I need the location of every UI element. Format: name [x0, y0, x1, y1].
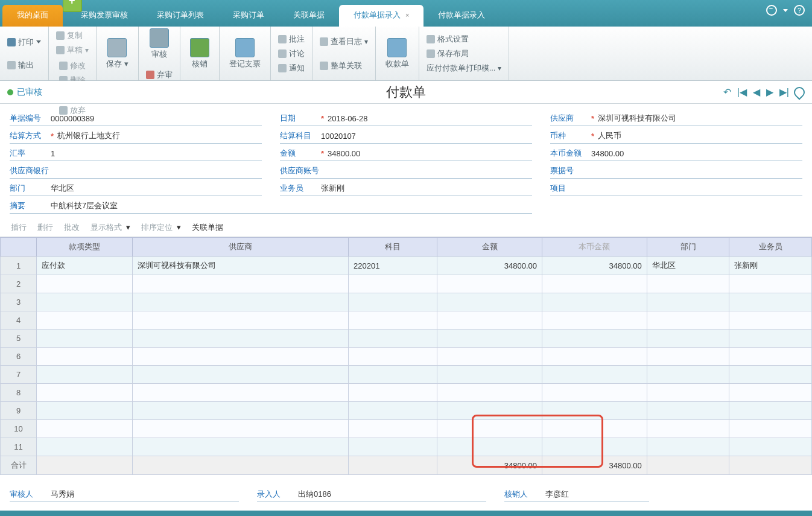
print-button[interactable]: 打印 — [5, 36, 43, 49]
status-text: 已审核 — [17, 87, 42, 98]
batch-button[interactable]: 批改 — [64, 222, 80, 233]
last-icon[interactable]: ▶| — [778, 85, 790, 99]
field-dept[interactable]: 部门华北区 — [10, 181, 262, 196]
field-date[interactable]: 日期*2018-06-28 — [280, 111, 532, 126]
field-clerk[interactable]: 业务员张新刚 — [280, 181, 532, 196]
tab-home[interactable]: 我的桌面 — [2, 5, 63, 27]
footer: 审核人马秀娟 录入人出纳0186 核销人李彦红 — [0, 479, 812, 511]
grid-wrap: 款项类型 供应商 科目 金额 本币金额 部门 业务员 1应付款深圳可视科技有限公… — [0, 237, 812, 479]
field-bill-no[interactable]: 票据号 — [550, 164, 802, 179]
table-row[interactable]: 8 — [1, 384, 812, 402]
col-supplier[interactable]: 供应商 — [132, 238, 349, 256]
col-dept[interactable]: 部门 — [647, 238, 729, 256]
assoc-doc-button[interactable]: 关联单据 — [192, 222, 223, 233]
field-local-amount[interactable]: 本币金额34800.00 — [550, 146, 802, 161]
field-settle-method[interactable]: 结算方式*杭州银行上地支行 — [10, 129, 262, 144]
field-auditor: 审核人马秀娟 — [10, 487, 239, 502]
detail-grid[interactable]: 款项类型 供应商 科目 金额 本币金额 部门 业务员 1应付款深圳可视科技有限公… — [0, 237, 812, 475]
field-amount[interactable]: 金额*34800.00 — [280, 146, 532, 161]
copy-button[interactable]: 复制 — [54, 29, 91, 42]
view-log-button[interactable]: 查看日志 ▾ — [317, 35, 370, 48]
tab-bar: 我的桌面 采购发票审核 采购订单列表 采购订单 关联单据 付款单据录入× 付款单… — [0, 0, 812, 27]
first-icon[interactable]: |◀ — [736, 85, 748, 99]
status-dot-icon — [7, 89, 13, 95]
field-entry: 录入人出纳0186 — [257, 487, 486, 502]
tab-item-1[interactable]: 采购订单列表 — [142, 5, 218, 27]
prev-icon[interactable]: ◀ — [752, 85, 761, 99]
next-icon[interactable]: ▶ — [765, 85, 775, 99]
table-row[interactable]: 9 — [1, 402, 812, 420]
bottom-status-bar — [0, 511, 812, 516]
field-supplier[interactable]: 供应商*深圳可视科技有限公司 — [550, 111, 802, 126]
user-dropdown-icon[interactable] — [783, 9, 788, 12]
doc-title: 付款单 — [386, 83, 426, 101]
output-button[interactable]: 输出 — [5, 59, 43, 72]
field-supplier-bank[interactable]: 供应商银行 — [10, 164, 262, 179]
tab-item-4[interactable]: 付款单据录入× — [339, 5, 423, 27]
table-row[interactable]: 5 — [1, 330, 812, 348]
display-format-button[interactable]: 显示格式 ▾ — [90, 222, 130, 233]
note-button[interactable]: 批注 — [276, 33, 307, 46]
table-total-row: 合计34800.0034800.00 — [1, 456, 812, 475]
table-row[interactable]: 1应付款深圳可视科技有限公司22020134800.0034800.00华北区张… — [1, 256, 812, 275]
tab-item-5[interactable]: 付款单据录入 — [423, 5, 500, 27]
abandon-audit-button[interactable]: 弃审 — [144, 68, 175, 81]
print-template-button[interactable]: 应付付款单打印模... ▾ — [424, 62, 504, 75]
field-settle-subject[interactable]: 结算科目10020107 — [280, 129, 532, 144]
search-icon[interactable] — [791, 84, 807, 100]
undo-icon[interactable]: ↶ — [722, 85, 732, 99]
col-amount[interactable]: 金额 — [437, 238, 542, 256]
field-summary[interactable]: 摘要中航科技7层会议室 — [10, 199, 532, 214]
field-project[interactable]: 项目 — [550, 181, 802, 196]
col-type[interactable]: 款项类型 — [37, 238, 133, 256]
tab-item-2[interactable]: 采购订单 — [218, 5, 279, 27]
grid-toolbar: 插行 删行 批改 显示格式 ▾ 排序定位 ▾ 关联单据 — [0, 218, 812, 237]
table-row[interactable]: 7 — [1, 366, 812, 384]
format-set-button[interactable]: 格式设置 — [424, 33, 504, 46]
delete-row-button[interactable]: 删行 — [37, 222, 53, 233]
table-row[interactable]: 3 — [1, 293, 812, 311]
help-icon[interactable]: ? — [794, 5, 805, 16]
insert-row-button[interactable]: 插行 — [11, 222, 27, 233]
discuss-button[interactable]: 讨论 — [276, 47, 307, 60]
sort-pos-button[interactable]: 排序定位 ▾ — [141, 222, 181, 233]
tab-item-3[interactable]: 关联单据 — [279, 5, 339, 27]
col-local-amount[interactable]: 本币金额 — [542, 238, 647, 256]
status-bar: 已审核 付款单 ↶ |◀ ◀ ▶ ▶| — [0, 81, 812, 104]
col-clerk[interactable]: 业务员 — [729, 238, 812, 256]
close-icon[interactable]: × — [405, 11, 409, 19]
receipt-button[interactable]: 收款单 — [381, 36, 414, 72]
field-verifier: 核销人李彦红 — [504, 487, 649, 502]
save-layout-button[interactable]: 保存布局 — [424, 47, 504, 60]
whole-assoc-button[interactable]: 整单关联 — [317, 59, 370, 72]
table-row[interactable]: 11 — [1, 438, 812, 456]
audit-button[interactable]: 审核 — [145, 26, 174, 62]
verify-button[interactable]: 核销 — [185, 36, 214, 72]
table-row[interactable]: 10 — [1, 420, 812, 438]
field-supplier-acct[interactable]: 供应商账号 — [280, 164, 532, 179]
save-button[interactable]: 保存 ▾ — [101, 36, 133, 72]
field-doc-no[interactable]: 单据编号0000000389 — [10, 111, 262, 126]
modify-button[interactable]: 修改 — [57, 59, 88, 72]
table-row[interactable]: 2 — [1, 275, 812, 293]
table-row[interactable]: 6 — [1, 348, 812, 366]
register-check-button[interactable]: 登记支票 — [224, 36, 265, 72]
user-icon[interactable] — [766, 5, 777, 16]
col-subject[interactable]: 科目 — [349, 238, 437, 256]
notify-button[interactable]: 通知 — [276, 62, 307, 75]
field-rate[interactable]: 汇率1 — [10, 146, 262, 161]
field-currency[interactable]: 币种*人民币 — [550, 129, 802, 144]
ribbon: 打印 输出 增加 复制 草稿 ▾ 修改 删除 附件 放弃 保存 ▾ 审核 弃审 … — [0, 27, 812, 81]
table-row[interactable]: 4 — [1, 311, 812, 330]
draft-button[interactable]: 草稿 ▾ — [54, 43, 91, 57]
form-area: 单据编号0000000389 日期*2018-06-28 供应商*深圳可视科技有… — [0, 104, 812, 218]
